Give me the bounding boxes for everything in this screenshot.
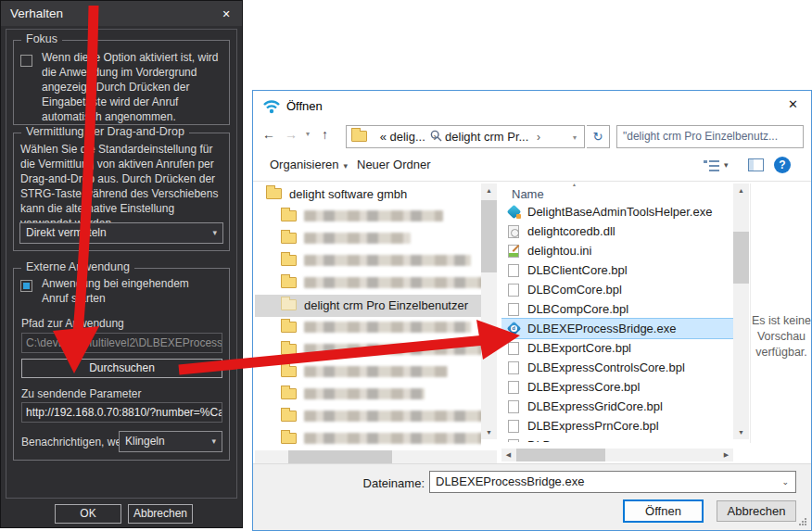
tree-item-blurred[interactable]	[255, 339, 481, 361]
tree-item-blurred[interactable]	[255, 250, 481, 272]
abbrechen-button[interactable]: Abbrechen	[128, 504, 193, 524]
tree-vertical-scrollbar[interactable]: ▲ ▼	[481, 183, 497, 439]
file-name: DLBExpressCore.bpl	[527, 377, 640, 397]
file-icon	[507, 380, 520, 395]
refresh-button[interactable]: ↻	[587, 125, 610, 148]
tree-item-blurred[interactable]	[255, 406, 481, 428]
tree-horizontal-scrollbar[interactable]	[255, 450, 497, 463]
scroll-down-icon[interactable]: ▼	[481, 425, 497, 439]
file-icon	[507, 438, 520, 443]
tree-item-blurred[interactable]	[255, 228, 481, 250]
cancel-button[interactable]: Abbrechen	[717, 500, 796, 522]
tree-item-blurred[interactable]	[255, 361, 481, 384]
scrollbar-thumb[interactable]	[516, 449, 605, 461]
file-row[interactable]: DelightBaseAdminToolsHelper.exe	[501, 202, 733, 221]
file-row[interactable]: DLBClientCore.bpl	[501, 260, 733, 280]
file-vertical-scrollbar[interactable]: ▲ ▼	[733, 183, 749, 439]
file-row[interactable]: DLBExpressControlsCore.bpl	[501, 358, 733, 377]
address-bar: ← → ▾ ↑ « delig... › delight crm Pr... ›…	[253, 124, 811, 149]
file-row[interactable]: delightcoredb.dll	[501, 221, 733, 241]
change-view-icon[interactable]	[704, 159, 719, 171]
tree-item-blurred[interactable]	[255, 272, 481, 295]
scroll-left-icon[interactable]: ◀	[501, 449, 515, 461]
file-row[interactable]: DLBExportCore.bpl	[501, 338, 733, 358]
file-row[interactable]: dDLBEXEProcessBridge.exe	[501, 319, 733, 338]
tree-item-blurred[interactable]	[255, 384, 481, 406]
externe-checkbox[interactable]	[20, 280, 32, 292]
vermittlung-dropdown[interactable]: Direkt vermitteln ▾	[19, 222, 223, 244]
durchsuchen-button[interactable]: Durchsuchen	[21, 359, 222, 378]
preview-pane-icon[interactable]	[748, 158, 764, 171]
file-row[interactable]: DLB	[501, 436, 733, 442]
scroll-up-icon[interactable]: ▲	[481, 183, 497, 197]
pfad-label: Pfad zur Anwendung	[21, 317, 124, 330]
breadcrumb-segment[interactable]: delight crm Pr...	[445, 130, 528, 144]
file-row[interactable]: DLBExpressPrnCore.bpl	[501, 416, 733, 436]
dialog-footer: Dateiname: DLBEXEProcessBridge.exe ⌄ Öff…	[253, 463, 811, 530]
scrollbar-thumb[interactable]	[288, 450, 392, 463]
file-horizontal-scrollbar[interactable]: ◀ ▶	[501, 449, 733, 461]
folder-tree: delight software gmbhdelight crm Pro Ein…	[255, 183, 481, 450]
pfad-input[interactable]: C:\devter...\Multilevel2\DLBEXEProcessBr…	[21, 333, 222, 353]
folder-icon	[281, 411, 297, 422]
close-icon[interactable]: ✕	[788, 97, 798, 111]
scrollbar-thumb[interactable]	[733, 232, 749, 284]
parameter-input[interactable]: http://192.168.0.70:8810/?number=%Caller…	[21, 402, 222, 423]
folder-icon	[281, 299, 297, 310]
up-button[interactable]: ↑	[322, 127, 328, 142]
dateiname-combobox[interactable]: DLBEXEProcessBridge.exe ⌄	[429, 471, 796, 493]
scroll-down-icon[interactable]: ▼	[733, 425, 749, 439]
file-row[interactable]: DLBComCore.bpl	[501, 280, 733, 299]
file-icon	[507, 399, 520, 414]
tree-item[interactable]: delight software gmbh	[255, 183, 481, 206]
exe-file-icon	[507, 205, 520, 220]
recent-locations-chevron[interactable]: ▾	[306, 130, 310, 138]
file-row[interactable]: DLBExpressGridCore.bpl	[501, 397, 733, 416]
folder-icon	[281, 433, 297, 444]
file-row[interactable]: DLBCompCore.bpl	[501, 299, 733, 319]
file-row[interactable]: delightou.ini	[501, 241, 733, 260]
back-button[interactable]: ←	[262, 127, 275, 142]
tree-item-blurred[interactable]	[255, 317, 481, 339]
resize-grip[interactable]	[798, 517, 807, 526]
organisieren-button[interactable]: Organisieren▾	[270, 158, 348, 171]
vermittlung-group-title: Vermittlung per Drag-and-Drop	[21, 125, 189, 138]
view-chevron-icon[interactable]: ▾	[724, 160, 729, 170]
fokus-checkbox[interactable]	[20, 55, 32, 67]
file-name: DLBEXEProcessBridge.exe	[527, 319, 676, 338]
file-row[interactable]: DLBExpressCore.bpl	[501, 377, 733, 397]
file-name: delightou.ini	[527, 241, 591, 260]
breadcrumb[interactable]: « delig... › delight crm Pr... › ▾	[346, 125, 585, 148]
folder-icon	[281, 277, 297, 288]
tree-item-label: delight crm Pro Einzelbenutzer	[304, 298, 468, 312]
organisieren-label: Organisieren	[270, 158, 338, 171]
forward-button[interactable]: →	[285, 127, 298, 142]
ini-file-icon	[507, 244, 520, 259]
blurred-folder-name	[304, 322, 471, 333]
benachrichtigen-dropdown[interactable]: Klingeln ▾	[119, 431, 222, 452]
column-header-name[interactable]: Name	[512, 187, 544, 201]
dateiname-label: Dateiname:	[346, 476, 425, 490]
sort-ascending-icon: ▲	[572, 182, 577, 187]
scroll-right-icon[interactable]: ▶	[719, 449, 733, 461]
neuer-ordner-button[interactable]: Neuer Ordner	[357, 158, 430, 171]
folder-icon	[281, 210, 297, 221]
tree-item-blurred[interactable]	[255, 206, 481, 228]
tree-item[interactable]: delight crm Pro Einzelbenutzer	[255, 295, 481, 317]
ok-button[interactable]: OK	[55, 504, 121, 524]
search-input[interactable]: "delight crm Pro Einzelbenutz...	[616, 125, 804, 148]
app-icon	[262, 98, 281, 114]
scrollbar-thumb[interactable]	[481, 200, 497, 272]
close-icon[interactable]: ✕	[219, 6, 234, 21]
breadcrumb-segment[interactable]: « delig...	[380, 130, 425, 144]
help-icon[interactable]: ?	[774, 157, 791, 173]
tree-item-blurred[interactable]	[255, 428, 481, 450]
blurred-folder-name	[304, 255, 471, 266]
dialog-title: Öffnen	[286, 99, 323, 113]
tree-item-label: delight software gmbh	[289, 187, 407, 201]
open-button[interactable]: Öffnen	[623, 499, 704, 523]
file-icon	[507, 360, 520, 375]
benachrichtigen-label: Benachrichtigen, wenn	[21, 436, 133, 449]
scroll-up-icon[interactable]: ▲	[733, 183, 749, 197]
breadcrumb-chevron-icon[interactable]: ▾	[573, 127, 577, 148]
